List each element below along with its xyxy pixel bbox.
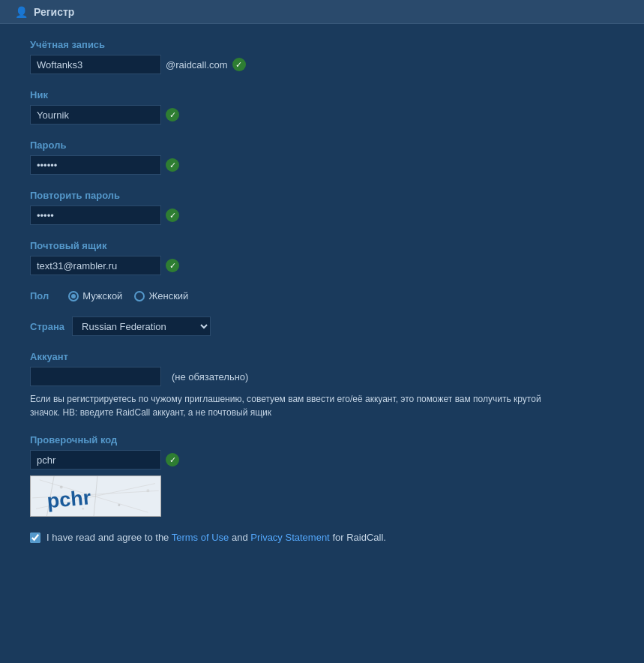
country-row: Страна Russian Federation United States … [30, 316, 614, 336]
svg-text:pchr: pchr [46, 486, 92, 512]
gender-row: Пол Мужской Женский [30, 290, 614, 302]
password-input[interactable] [30, 155, 161, 175]
email-check-icon: ✓ [166, 259, 179, 272]
account-ref-input-row: (не обязательно) [30, 367, 614, 386]
gender-male-radio[interactable] [68, 291, 79, 302]
nick-label: Ник [30, 89, 614, 100]
nick-input[interactable] [30, 105, 161, 124]
registration-form: Учётная запись @raidcall.com ✓ Ник ✓ Пар… [0, 24, 644, 566]
account-ref-input[interactable] [30, 367, 161, 386]
svg-point-8 [118, 504, 120, 506]
email-label: Почтовый ящик [30, 240, 614, 251]
gender-female-label: Женский [148, 290, 188, 302]
and-text: and [232, 532, 250, 543]
agreement-checkbox[interactable] [30, 532, 40, 543]
confirm-password-input[interactable] [30, 206, 161, 225]
country-group: Страна Russian Federation United States … [30, 316, 614, 336]
captcha-group: Проверочный код ✓ pchr [30, 434, 614, 517]
account-input[interactable] [30, 55, 161, 74]
captcha-input[interactable] [30, 450, 161, 470]
account-ref-label: Аккуант [30, 351, 614, 362]
gender-female-option[interactable]: Женский [134, 290, 188, 302]
page-title: Регистр [34, 6, 74, 18]
agreement-row: I have read and agree to the Terms of Us… [30, 532, 614, 543]
password-input-row: ✓ [30, 155, 614, 175]
password-group: Пароль ✓ [30, 140, 614, 175]
confirm-password-label: Повторить пароль [30, 190, 614, 201]
email-input-row: ✓ [30, 256, 614, 275]
user-icon: 👤 [15, 6, 28, 18]
account-label: Учётная запись [30, 39, 614, 50]
agreement-prefix: I have read and agree to the [46, 532, 172, 543]
agreement-text: I have read and agree to the Terms of Us… [46, 532, 386, 543]
email-suffix: @raidcall.com [166, 59, 228, 70]
gender-male-option[interactable]: Мужской [68, 290, 122, 302]
privacy-link[interactable]: Privacy Statement [250, 532, 330, 543]
nick-input-row: ✓ [30, 105, 614, 124]
svg-point-10 [82, 508, 84, 510]
captcha-check-icon: ✓ [166, 453, 179, 466]
password-check-icon: ✓ [166, 158, 179, 172]
captcha-svg: pchr [31, 476, 160, 516]
svg-point-9 [146, 489, 149, 492]
country-select[interactable]: Russian Federation United States Germany… [72, 316, 211, 336]
terms-link[interactable]: Terms of Use [172, 532, 229, 543]
gender-female-radio[interactable] [134, 291, 145, 302]
nick-group: Ник ✓ [30, 89, 614, 124]
account-check-icon: ✓ [232, 58, 246, 71]
nick-check-icon: ✓ [166, 108, 179, 122]
optional-text: (не обязательно) [172, 371, 248, 382]
account-input-row: @raidcall.com ✓ [30, 55, 614, 74]
captcha-image: pchr [30, 476, 161, 517]
account-ref-hint: Если вы регистрируетесь по чужому пригла… [30, 392, 555, 419]
email-group: Почтовый ящик ✓ [30, 240, 614, 275]
captcha-label: Проверочный код [30, 434, 614, 446]
account-group: Учётная запись @raidcall.com ✓ [30, 39, 614, 74]
password-label: Пароль [30, 140, 614, 151]
confirm-password-check-icon: ✓ [166, 208, 179, 222]
account-ref-group: Аккуант (не обязательно) Если вы регистр… [30, 351, 614, 419]
header-bar: 👤 Регистр [0, 0, 644, 24]
for-text: for RaidCall. [332, 532, 386, 543]
country-label: Страна [30, 321, 64, 332]
confirm-password-input-row: ✓ [30, 206, 614, 225]
email-input[interactable] [30, 256, 161, 275]
gender-male-label: Мужской [82, 290, 122, 302]
gender-label: Пол [30, 290, 49, 302]
gender-group: Пол Мужской Женский [30, 290, 614, 302]
captcha-input-row: ✓ [30, 450, 614, 470]
confirm-password-group: Повторить пароль ✓ [30, 190, 614, 225]
svg-point-7 [60, 486, 63, 489]
